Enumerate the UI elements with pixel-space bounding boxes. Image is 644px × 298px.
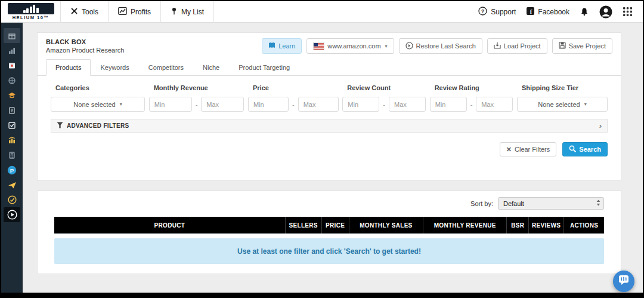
helium10-logo-icon (8, 3, 54, 14)
black-box-icon[interactable] (4, 28, 20, 43)
svg-text:P: P (10, 167, 14, 173)
notifications-bell-icon[interactable] (580, 7, 589, 16)
filter-price: Price - (248, 84, 339, 112)
magnet-document-icon[interactable] (4, 103, 20, 118)
cerebro-globe-icon[interactable] (4, 73, 20, 88)
freedom-ticket-cap-icon[interactable] (4, 88, 20, 103)
tab-products[interactable]: Products (46, 59, 91, 76)
nav-facebook[interactable]: f Facebook (527, 1, 569, 23)
range-separator: - (383, 101, 385, 108)
column-sellers: SELLERS (285, 217, 321, 234)
sort-value: Default (503, 200, 524, 207)
learn-book-icon (268, 42, 275, 50)
nav-my-list-label: My List (181, 8, 204, 16)
nav-profits[interactable]: Profits (109, 1, 161, 23)
price-min-input[interactable] (248, 97, 289, 112)
sort-by-label: Sort by: (470, 200, 493, 207)
shipping-size-tier-select[interactable]: None selected ▾ (517, 97, 608, 112)
column-monthly-sales: MONTHLY SALES (349, 217, 423, 234)
check-circle-icon[interactable] (4, 192, 20, 207)
monthly-revenue-min-input[interactable] (149, 97, 192, 112)
tab-keywords[interactable]: Keywords (91, 59, 138, 76)
save-project-label: Save Project (569, 42, 606, 50)
restore-last-search-button[interactable]: Restore Last Search (399, 38, 482, 54)
review-rating-label: Review Rating (430, 84, 513, 91)
chevron-down-icon: ▾ (120, 102, 122, 107)
clear-filters-label: Clear Filters (515, 146, 550, 153)
review-rating-max-input[interactable] (476, 97, 513, 112)
chat-bubble-icon (618, 275, 629, 288)
learn-button-label: Learn (278, 42, 295, 50)
review-count-min-input[interactable] (342, 97, 379, 112)
xray-icon[interactable] (4, 58, 20, 73)
search-button[interactable]: Search (562, 142, 608, 156)
tab-product-targeting[interactable]: Product Targeting (229, 59, 299, 76)
price-label: Price (248, 84, 339, 91)
nav-facebook-label: Facebook (538, 8, 569, 16)
clear-filters-button[interactable]: ✕ Clear Filters (500, 142, 557, 156)
column-reviews: REVIEWS (529, 217, 564, 234)
save-project-button[interactable]: Save Project (552, 38, 612, 54)
page-subtitle: Amazon Product Research (46, 47, 124, 54)
scribbles-checkbox-icon[interactable] (4, 118, 20, 133)
chat-launcher-button[interactable] (613, 271, 634, 292)
tab-niche[interactable]: Niche (193, 59, 229, 76)
shipping-size-tier-label: Shipping Size Tier (517, 84, 608, 91)
us-flag-icon (313, 42, 324, 50)
facebook-icon: f (527, 7, 534, 17)
price-max-input[interactable] (298, 97, 339, 112)
monthly-revenue-max-input[interactable] (201, 97, 244, 112)
nav-tools[interactable]: Tools (61, 1, 109, 23)
marketplace-value: www.amazon.com (327, 42, 380, 50)
search-button-label: Search (579, 146, 601, 153)
marketplace-select[interactable]: www.amazon.com ▾ (306, 38, 394, 54)
paper-plane-icon[interactable] (4, 177, 20, 192)
filter-monthly-revenue: Monthly Revenue - (149, 84, 244, 112)
nav-my-list[interactable]: My List (161, 1, 214, 23)
main-content: BLACK BOX Amazon Product Research Learn … (23, 23, 643, 293)
results-table: PRODUCT SELLERS PRICE MONTHLY SALES MONT… (54, 217, 604, 234)
advanced-filters-label: ADVANCED FILTERS (67, 122, 129, 129)
filter-review-rating: Review Rating - (430, 84, 513, 112)
column-bsr: BSR (507, 217, 529, 234)
pin-icon (171, 7, 178, 17)
page-title-block: BLACK BOX Amazon Product Research (46, 38, 124, 54)
research-tabs: Products Keywords Competitors Niche Prod… (38, 58, 621, 76)
tab-competitors[interactable]: Competitors (139, 59, 193, 76)
categories-value: None selected (73, 101, 115, 108)
refund-calculator-icon[interactable] (4, 148, 20, 162)
column-monthly-revenue: MONTHLY REVENUE (423, 217, 507, 234)
trends-chart-icon[interactable] (4, 43, 20, 58)
load-project-button[interactable]: Load Project (487, 38, 547, 54)
review-count-max-input[interactable] (389, 97, 426, 112)
range-separator: - (470, 101, 473, 108)
ppc-adtomic-icon[interactable]: P (4, 162, 20, 177)
apps-grid-icon[interactable] (623, 7, 632, 16)
play-tutorial-icon[interactable] (4, 207, 20, 222)
review-rating-min-input[interactable] (430, 97, 467, 112)
range-separator: - (292, 101, 295, 108)
tools-icon (70, 7, 78, 17)
user-avatar[interactable] (599, 5, 612, 19)
nav-tools-label: Tools (82, 8, 98, 16)
filter-actions: ✕ Clear Filters Search (51, 142, 608, 156)
filter-categories: Categories None selected ▾ (51, 84, 145, 112)
learn-button[interactable]: Learn (262, 38, 302, 54)
keyword-tracker-chart-icon[interactable] (4, 133, 20, 148)
filters-row: Categories None selected ▾ Monthly Reven… (38, 76, 621, 115)
nav-support-label: Support (491, 8, 516, 16)
monthly-revenue-label: Monthly Revenue (149, 84, 244, 91)
range-separator: - (196, 101, 198, 108)
nav-profits-label: Profits (131, 8, 151, 16)
clear-x-icon: ✕ (506, 146, 512, 153)
results-header-row: PRODUCT SELLERS PRICE MONTHLY SALES MONT… (54, 217, 604, 234)
column-price: PRICE (321, 217, 349, 234)
filter-review-count: Review Count - (342, 84, 426, 112)
helium10-logo[interactable]: HELIUM 10™ (1, 1, 61, 23)
empty-state-message: Use at least one filter and click 'Searc… (54, 238, 604, 264)
categories-label: Categories (51, 84, 145, 91)
sort-select[interactable]: Default (498, 197, 604, 210)
categories-select[interactable]: None selected ▾ (51, 97, 145, 112)
nav-support[interactable]: ? Support (478, 1, 516, 23)
advanced-filters-bar[interactable]: ADVANCED FILTERS › (51, 119, 608, 133)
